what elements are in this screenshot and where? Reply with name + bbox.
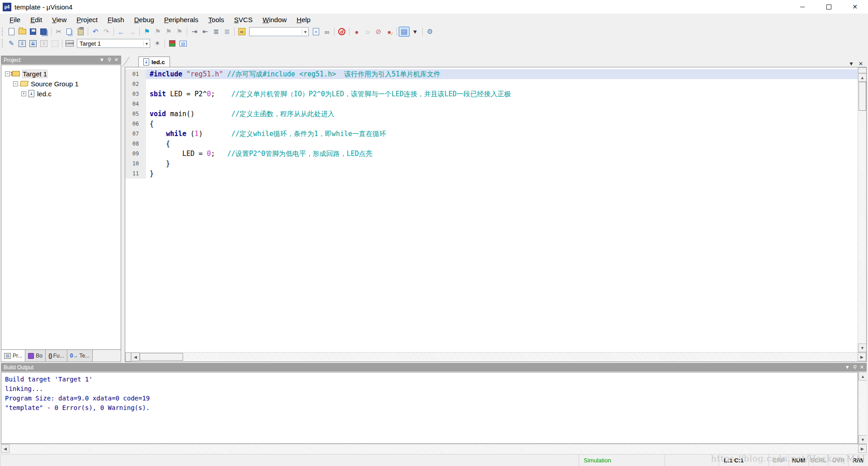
pin-icon[interactable]: ⚲	[108, 57, 111, 62]
close-button[interactable]: ✕	[842, 0, 868, 14]
kill-all-breakpoints-icon[interactable]: ●✓	[384, 27, 395, 37]
comment-icon[interactable]: ≣	[211, 27, 222, 37]
maximize-button[interactable]	[816, 0, 842, 14]
toggle-bookmark-icon[interactable]: ⚑	[142, 27, 152, 37]
toolbar-grip[interactable]	[2, 28, 4, 36]
tree-item-led-c[interactable]: +led.c	[1, 89, 121, 99]
build-vertical-scrollbar[interactable]: ▲ ▼	[858, 372, 867, 444]
copy-icon[interactable]	[64, 27, 75, 37]
scroll-up-icon[interactable]: ▲	[858, 73, 866, 82]
menu-debug[interactable]: Debug	[129, 14, 159, 25]
code-line-06[interactable]: 06{	[125, 119, 858, 129]
target-select[interactable]: Target 1▾	[77, 39, 150, 48]
clear-bookmarks-icon[interactable]: ⚑	[174, 27, 185, 37]
scrollbar-thumb[interactable]	[140, 353, 183, 361]
cut-icon[interactable]: ✂	[53, 27, 64, 37]
tab-functions[interactable]: Fu...	[46, 350, 67, 362]
code-line-01[interactable]: 01#include "reg51.h" //亦可写成#include <reg…	[125, 69, 858, 79]
chevron-down-icon[interactable]: ▼	[845, 365, 850, 370]
code-line-03[interactable]: 03sbit LED = P2^0; //定义单片机管脚（IO）P2^0为LED…	[125, 89, 858, 99]
code-line-09[interactable]: 09 LED = 0; //设置P2^0管脚为低电平，形成回路，LED点亮	[125, 149, 858, 159]
books-window-icon[interactable]	[178, 38, 189, 48]
menu-project[interactable]: Project	[71, 14, 103, 25]
tab-books[interactable]: Bo	[25, 350, 46, 362]
collapse-icon[interactable]: −	[5, 71, 10, 76]
menu-tools[interactable]: Tools	[203, 14, 229, 25]
code-line-04[interactable]: 04	[125, 99, 858, 109]
rebuild-all-icon[interactable]	[28, 38, 38, 48]
enable-breakpoint-icon[interactable]: ○	[362, 27, 373, 37]
menu-file[interactable]: File	[5, 14, 25, 25]
insert-breakpoint-icon[interactable]: ●	[351, 27, 362, 37]
build-icon[interactable]	[17, 38, 28, 48]
close-icon[interactable]: ✕	[114, 57, 118, 62]
stop-build-icon[interactable]	[49, 38, 60, 48]
code-line-05[interactable]: 05void main() //定义主函数，程序从从此处进入	[125, 109, 858, 119]
save-icon[interactable]	[28, 27, 38, 37]
redo-icon[interactable]: ↷	[101, 27, 112, 37]
scrollbar-track[interactable]	[859, 381, 867, 435]
paste-icon[interactable]	[75, 27, 86, 37]
editor-horizontal-scrollbar[interactable]: ◀ ▶	[125, 352, 866, 362]
scrollbar-track[interactable]	[9, 444, 858, 453]
chevron-down-icon[interactable]: ▼	[99, 57, 104, 62]
menu-peripherals[interactable]: Peripherals	[159, 14, 203, 25]
new-file-icon[interactable]	[6, 27, 17, 37]
collapse-icon[interactable]: −	[13, 81, 18, 86]
minimize-button[interactable]: ─	[789, 0, 816, 14]
scroll-up-icon[interactable]: ▲	[859, 372, 867, 381]
build-horizontal-scrollbar[interactable]: ◀ ▶	[1, 444, 867, 453]
open-file-icon[interactable]	[17, 27, 28, 37]
unindent-icon[interactable]: ⇤	[200, 27, 211, 37]
batch-build-icon[interactable]	[38, 38, 49, 48]
menu-svcs[interactable]: SVCS	[229, 14, 258, 25]
start-stop-debug-icon[interactable]	[336, 27, 347, 37]
scroll-down-icon[interactable]: ▼	[858, 344, 866, 352]
manage-components-icon[interactable]	[167, 38, 178, 48]
next-bookmark-icon[interactable]: ⚑	[163, 27, 174, 37]
uncomment-icon[interactable]: ≣	[222, 27, 232, 37]
download-load-icon[interactable]	[64, 38, 75, 48]
incremental-find-icon[interactable]: ∞	[321, 27, 332, 37]
menu-help[interactable]: Help	[292, 14, 316, 25]
chevron-down-icon[interactable]: ▾	[143, 41, 150, 46]
menu-flash[interactable]: Flash	[103, 14, 129, 25]
scroll-right-icon[interactable]: ▶	[858, 444, 867, 453]
tab-templates[interactable]: Te...	[67, 350, 93, 362]
scroll-left-icon[interactable]: ◀	[131, 353, 140, 361]
tab-list-chevron-icon[interactable]: ▼	[849, 61, 854, 67]
code-editor[interactable]: 01#include "reg51.h" //亦可写成#include <reg…	[125, 67, 858, 352]
undo-icon[interactable]: ↶	[90, 27, 101, 37]
scroll-left-icon[interactable]: ◀	[1, 444, 9, 453]
prev-bookmark-icon[interactable]: ⚑	[152, 27, 163, 37]
scroll-down-icon[interactable]: ▼	[859, 435, 867, 444]
code-line-08[interactable]: 08 {	[125, 139, 858, 149]
scroll-right-icon[interactable]: ▶	[858, 353, 866, 361]
document-tab-led-c[interactable]: led.c	[138, 56, 170, 67]
find-icon[interactable]	[311, 27, 321, 37]
scrollbar-track[interactable]	[858, 111, 866, 344]
navigate-forward-icon[interactable]: →	[127, 27, 137, 37]
window-dropdown-icon[interactable]: ▾	[410, 27, 420, 37]
build-output-text[interactable]: Build target 'Target 1'linking...Program…	[1, 372, 858, 444]
find-in-files-icon[interactable]	[236, 27, 247, 37]
tree-item-source-group-1[interactable]: −Source Group 1	[1, 79, 121, 89]
disable-all-breakpoints-icon[interactable]: ⊘	[373, 27, 384, 37]
translate-file-icon[interactable]: ✎	[6, 38, 17, 48]
menu-edit[interactable]: Edit	[25, 14, 47, 25]
toolbar-grip[interactable]	[2, 39, 4, 47]
pin-icon[interactable]: ⚲	[853, 365, 857, 370]
code-line-07[interactable]: 07 while (1) //定义while循环，条件为1，即while一直在循…	[125, 129, 858, 139]
close-icon[interactable]: ✕	[860, 365, 864, 370]
save-all-icon[interactable]	[38, 27, 49, 37]
scrollbar-track[interactable]	[183, 353, 858, 362]
tab-project[interactable]: Pr...	[1, 350, 25, 362]
tree-item-target-1[interactable]: −Target 1	[1, 69, 121, 79]
indent-icon[interactable]: ⇥	[189, 27, 200, 37]
options-for-target-icon[interactable]: ✶	[152, 38, 163, 48]
code-line-11[interactable]: 11}	[125, 169, 858, 179]
code-line-02[interactable]: 02	[125, 79, 858, 89]
scrollbar-thumb[interactable]	[859, 82, 866, 111]
chevron-down-icon[interactable]: ▾	[302, 29, 308, 34]
editor-vertical-scrollbar[interactable]: ▲ ▼	[858, 67, 866, 352]
